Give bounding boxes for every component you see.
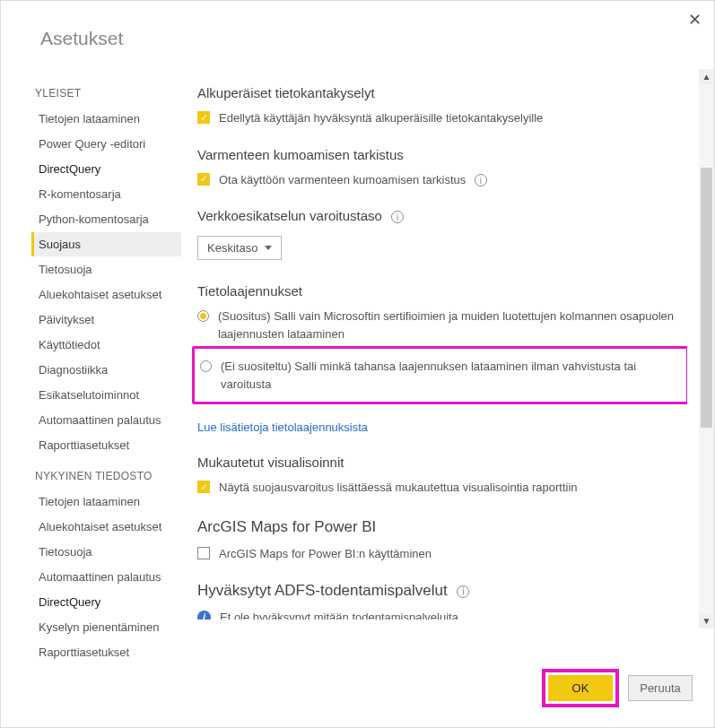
sidebar-section-global: YLEISET <box>35 87 181 100</box>
nav-regional[interactable]: Aluekohtaiset asetukset <box>31 282 181 307</box>
info-icon[interactable]: i <box>391 211 404 223</box>
row-ext-not-recommended[interactable]: (Ei suositeltu) Salli minkä tahansa laaj… <box>200 358 681 393</box>
cb-label: Näytä suojausvaroitus lisättäessä mukaut… <box>219 479 578 497</box>
adfs-text: Et ole hyväksynyt mitään todentamispalve… <box>220 609 458 620</box>
nav-directquery[interactable]: DirectQuery <box>31 157 181 181</box>
radio-label: (Suositus) Salli vain Microsoftin sertif… <box>218 308 684 342</box>
radio-icon[interactable] <box>200 360 212 372</box>
info-icon: i <box>197 611 211 620</box>
footer: OK Peruuta <box>542 669 693 707</box>
settings-dialog: ✕ Asetukset YLEISET Tietojen lataaminen … <box>0 0 715 728</box>
checkbox-icon[interactable]: ✓ <box>197 111 210 124</box>
cb-label: Ota käyttöön varmenteen kumoamisen tarki… <box>219 171 487 189</box>
content: Alkuperäiset tietokantakyselyt ✓ Edellyt… <box>185 64 687 620</box>
close-icon[interactable]: ✕ <box>688 10 702 30</box>
row-adfs-info: i Et ole hyväksynyt mitään todentamispal… <box>197 609 684 620</box>
nav-cf-privacy[interactable]: Tietosuoja <box>31 540 181 564</box>
nav-cf-autorecovery[interactable]: Automaattinen palautus <box>31 565 181 589</box>
scrollbar-thumb[interactable] <box>701 168 712 428</box>
info-icon[interactable]: i <box>475 174 487 186</box>
sidebar-section-current: NYKYINEN TIEDOSTO <box>35 470 181 482</box>
nav-data-load[interactable]: Tietojen lataaminen <box>31 107 181 131</box>
nav-updates[interactable]: Päivitykset <box>31 308 181 332</box>
info-icon[interactable]: i <box>457 585 469 598</box>
section-custom-visuals: Mukautetut visualisoinnit <box>197 455 684 470</box>
radio-label: (Ei suositeltu) Salli minkä tahansa laaj… <box>221 358 681 393</box>
row-arcgis-cb[interactable]: ArcGIS Maps for Power BI:n käyttäminen <box>197 545 684 563</box>
nav-r-script[interactable]: R-komentosarja <box>31 182 181 206</box>
row-custom-visuals-cb[interactable]: ✓ Näytä suojausvaroitus lisättäessä muka… <box>197 479 684 497</box>
scrollbar[interactable]: ▲ ▼ <box>699 69 714 628</box>
cb-label: Edellytä käyttäjän hyväksyntä alkuperäis… <box>219 109 543 127</box>
nav-cf-query-reduction[interactable]: Kyselyn pienentäminen <box>31 615 181 639</box>
row-ext-recommended[interactable]: (Suositus) Salli vain Microsoftin sertif… <box>197 308 684 342</box>
nav-preview[interactable]: Esikatselutoiminnot <box>31 383 181 407</box>
nav-power-query[interactable]: Power Query -editori <box>31 132 181 156</box>
section-native-queries: Alkuperäiset tietokantakyselyt <box>197 85 684 100</box>
section-data-extensions: Tietolaajennukset <box>197 283 684 299</box>
content-wrap: Alkuperäiset tietokantakyselyt ✓ Edellyt… <box>185 64 714 682</box>
section-arcgis: ArcGIS Maps for Power BI <box>197 518 684 536</box>
nav-autorecovery[interactable]: Automaattinen palautus <box>31 408 181 432</box>
row-native-queries-cb[interactable]: ✓ Edellytä käyttäjän hyväksyntä alkuperä… <box>197 109 684 127</box>
scroll-down-icon[interactable]: ▼ <box>699 613 714 628</box>
section-adfs: Hyväksytyt ADFS-todentamispalvelut i <box>197 582 684 600</box>
nav-python-script[interactable]: Python-komentosarja <box>31 207 181 231</box>
row-cert-revocation-cb[interactable]: ✓ Ota käyttöön varmenteen kumoamisen tar… <box>197 171 684 189</box>
nav-diagnostics[interactable]: Diagnostiikka <box>31 358 181 382</box>
checkbox-icon[interactable]: ✓ <box>197 173 210 186</box>
highlight-not-recommended: (Ei suositeltu) Salli minkä tahansa laaj… <box>192 346 687 404</box>
cb-label: ArcGIS Maps for Power BI:n käyttäminen <box>219 545 432 563</box>
nav-cf-regional[interactable]: Aluekohtaiset asetukset <box>31 515 181 539</box>
sidebar: YLEISET Tietojen lataaminen Power Query … <box>1 64 185 682</box>
section-web-preview: Verkkoesikatselun varoitustaso i <box>197 208 684 223</box>
ok-button[interactable]: OK <box>548 675 613 701</box>
dropdown-warning-level[interactable]: Keskitaso <box>197 236 282 260</box>
nav-cf-directquery[interactable]: DirectQuery <box>31 590 181 614</box>
dropdown-value: Keskitaso <box>207 241 257 255</box>
highlight-ok: OK <box>542 669 619 707</box>
nav-cf-data-load[interactable]: Tietojen lataaminen <box>31 490 181 514</box>
scroll-up-icon[interactable]: ▲ <box>699 69 714 84</box>
link-learn-more-extensions[interactable]: Lue lisätietoja tietolaajennuksista <box>197 420 368 434</box>
chevron-down-icon <box>265 246 272 250</box>
radio-icon[interactable] <box>197 310 209 322</box>
nav-report-settings[interactable]: Raporttiasetukset <box>31 433 181 457</box>
checkbox-icon[interactable]: ✓ <box>197 481 210 493</box>
dialog-title: Asetukset <box>1 1 714 64</box>
nav-privacy[interactable]: Tietosuoja <box>31 257 181 282</box>
nav-usage[interactable]: Käyttötiedot <box>31 333 181 357</box>
nav-security[interactable]: Suojaus <box>31 232 181 256</box>
section-cert-revocation: Varmenteen kumoamisen tarkistus <box>197 147 684 162</box>
cancel-button[interactable]: Peruuta <box>628 675 693 701</box>
nav-cf-report-settings[interactable]: Raporttiasetukset <box>31 640 181 664</box>
dialog-body: YLEISET Tietojen lataaminen Power Query … <box>1 64 714 682</box>
checkbox-icon[interactable] <box>197 547 210 559</box>
